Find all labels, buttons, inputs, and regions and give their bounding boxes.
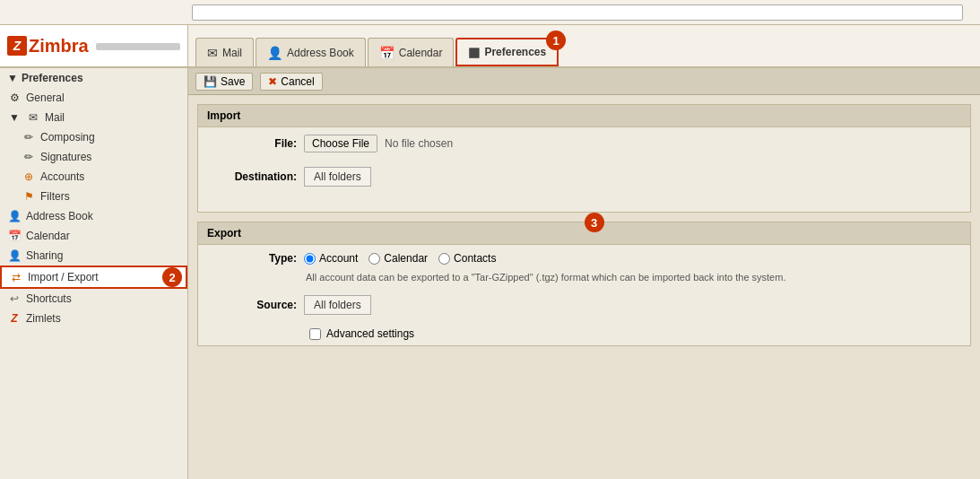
addressbook-sidebar-icon: 👤 bbox=[7, 209, 22, 223]
advanced-settings-label: Advanced settings bbox=[326, 327, 414, 340]
radio-contacts-label: Contacts bbox=[454, 252, 496, 265]
save-button[interactable]: 💾 Save bbox=[195, 73, 253, 91]
sidebar-item-mail[interactable]: ▼ ✉ Mail bbox=[0, 108, 187, 127]
user-info bbox=[96, 43, 180, 50]
tab-calendar-label: Calendar bbox=[399, 47, 443, 59]
tabs-container: ✉ Mail 👤 Address Book 📅 Calendar ▦ Prefe… bbox=[188, 25, 980, 66]
mail-folder-icon: ✉ bbox=[26, 110, 40, 125]
radio-account[interactable]: Account bbox=[304, 252, 358, 265]
zimbra-icon: Z bbox=[7, 36, 27, 56]
sidebar-mail-label: Mail bbox=[45, 111, 65, 124]
import-file-value: Choose File No file chosen bbox=[304, 135, 453, 152]
filters-icon: ⚑ bbox=[22, 189, 36, 204]
tab-addressbook[interactable]: 👤 Address Book bbox=[256, 38, 366, 66]
radio-contacts-input[interactable] bbox=[438, 253, 450, 265]
sidebar-item-general[interactable]: ⚙ General bbox=[0, 88, 187, 108]
content-area: 💾 Save ✖ Cancel Import File: Choose File… bbox=[188, 68, 980, 479]
save-icon: 💾 bbox=[204, 75, 217, 88]
annotation-1: 1 bbox=[546, 30, 566, 50]
sidebar-shortcuts-label: Shortcuts bbox=[26, 292, 72, 305]
shortcuts-icon: ↩ bbox=[7, 292, 22, 306]
export-type-options: Account Calendar Contacts bbox=[304, 252, 496, 265]
tab-calendar[interactable]: 📅 Calendar bbox=[368, 38, 455, 66]
annotation-3: 3 bbox=[585, 213, 604, 232]
mail-icon: ✉ bbox=[207, 46, 218, 60]
tab-preferences[interactable]: ▦ Preferences 1 bbox=[455, 38, 559, 66]
import-file-row: File: Choose File No file chosen bbox=[198, 127, 970, 160]
import-title: Import bbox=[207, 109, 240, 122]
sidebar-zimlets-label: Zimlets bbox=[26, 312, 61, 325]
source-folder-button[interactable]: All folders bbox=[304, 295, 371, 315]
import-destination-row: Destination: All folders bbox=[198, 160, 970, 194]
tab-mail-label: Mail bbox=[222, 47, 242, 59]
sidebar-addressbook-label: Address Book bbox=[26, 210, 93, 222]
expand-icon: ▼ bbox=[7, 110, 22, 125]
import-destination-label: Destination: bbox=[207, 170, 297, 183]
export-source-row: Source: All folders bbox=[198, 288, 970, 322]
sidebar-item-accounts[interactable]: ⊕ Accounts bbox=[0, 167, 187, 187]
sidebar-item-composing[interactable]: ✏ Composing bbox=[0, 127, 187, 147]
logo-area: Z Zimbra bbox=[0, 25, 188, 66]
import-file-label: File: bbox=[207, 137, 297, 150]
cancel-icon: ✖ bbox=[268, 75, 277, 88]
main-layout: ▼ Preferences ⚙ General ▼ ✉ Mail ✏ Compo… bbox=[0, 68, 980, 479]
export-type-row: Type: Account Calendar Contacts bbox=[198, 245, 970, 272]
export-title: Export bbox=[207, 227, 241, 240]
export-source-label: Source: bbox=[207, 299, 297, 311]
export-panel: Export 3 Type: Account Calendar bbox=[197, 222, 971, 346]
cancel-button[interactable]: ✖ Cancel bbox=[260, 73, 322, 91]
destination-folder-button[interactable]: All folders bbox=[304, 167, 371, 187]
radio-calendar-label: Calendar bbox=[384, 252, 428, 265]
sidebar-item-signatures[interactable]: ✏ Signatures bbox=[0, 147, 187, 167]
sidebar-item-importexport[interactable]: ⇄ Import / Export 2 bbox=[0, 266, 187, 289]
zimlets-icon: Z bbox=[7, 311, 22, 326]
advanced-settings-checkbox[interactable] bbox=[309, 328, 321, 340]
zimbra-text: Zimbra bbox=[29, 36, 89, 57]
calendar-sidebar-icon: 📅 bbox=[7, 229, 22, 243]
sidebar-signatures-label: Signatures bbox=[40, 151, 91, 163]
sidebar: ▼ Preferences ⚙ General ▼ ✉ Mail ✏ Compo… bbox=[0, 68, 188, 479]
preferences-icon: ▦ bbox=[468, 45, 480, 59]
sidebar-item-filters[interactable]: ⚑ Filters bbox=[0, 187, 187, 206]
radio-calendar[interactable]: Calendar bbox=[369, 252, 428, 265]
cancel-label: Cancel bbox=[281, 75, 314, 88]
sidebar-item-zimlets[interactable]: Z Zimlets bbox=[0, 309, 187, 328]
sidebar-general-label: General bbox=[26, 91, 65, 104]
import-destination-value: All folders bbox=[304, 167, 371, 187]
triangle-icon: ▼ bbox=[7, 72, 18, 84]
sidebar-item-sharing[interactable]: 👤 Sharing bbox=[0, 246, 187, 266]
tab-mail[interactable]: ✉ Mail bbox=[195, 38, 254, 66]
sidebar-heading-label: Preferences bbox=[22, 72, 83, 84]
search-input[interactable] bbox=[192, 4, 963, 21]
import-panel: Import File: Choose File No file chosen … bbox=[197, 104, 971, 213]
accounts-icon: ⊕ bbox=[22, 170, 36, 184]
sidebar-composing-label: Composing bbox=[40, 131, 95, 144]
tab-preferences-label: Preferences bbox=[484, 46, 546, 58]
no-file-text: No file chosen bbox=[385, 137, 453, 150]
choose-file-button[interactable]: Choose File bbox=[304, 135, 377, 152]
radio-contacts[interactable]: Contacts bbox=[438, 252, 496, 265]
sidebar-importexport-label: Import / Export bbox=[28, 271, 99, 283]
general-icon: ⚙ bbox=[7, 91, 22, 105]
sidebar-filters-label: Filters bbox=[40, 190, 70, 203]
sidebar-item-calendar[interactable]: 📅 Calendar bbox=[0, 226, 187, 246]
sharing-icon: 👤 bbox=[7, 248, 22, 263]
sidebar-item-shortcuts[interactable]: ↩ Shortcuts bbox=[0, 289, 187, 309]
tab-addressbook-label: Address Book bbox=[287, 47, 354, 59]
export-header: Export 3 bbox=[198, 222, 970, 245]
annotation-2: 2 bbox=[162, 267, 182, 287]
addressbook-icon: 👤 bbox=[267, 46, 282, 60]
export-type-label: Type: bbox=[207, 252, 297, 265]
signatures-icon: ✏ bbox=[22, 150, 36, 164]
toolbar: 💾 Save ✖ Cancel bbox=[188, 68, 980, 95]
radio-account-input[interactable] bbox=[304, 253, 316, 265]
composing-icon: ✏ bbox=[22, 130, 36, 144]
sidebar-item-addressbook[interactable]: 👤 Address Book bbox=[0, 206, 187, 226]
sidebar-accounts-label: Accounts bbox=[40, 170, 84, 183]
radio-account-label: Account bbox=[319, 252, 358, 265]
sidebar-heading: ▼ Preferences bbox=[0, 68, 187, 88]
radio-calendar-input[interactable] bbox=[369, 253, 380, 265]
save-label: Save bbox=[221, 75, 245, 88]
header: Z Zimbra ✉ Mail 👤 Address Book 📅 Calenda… bbox=[0, 25, 980, 68]
export-description: All account data can be exported to a "T… bbox=[198, 272, 970, 288]
